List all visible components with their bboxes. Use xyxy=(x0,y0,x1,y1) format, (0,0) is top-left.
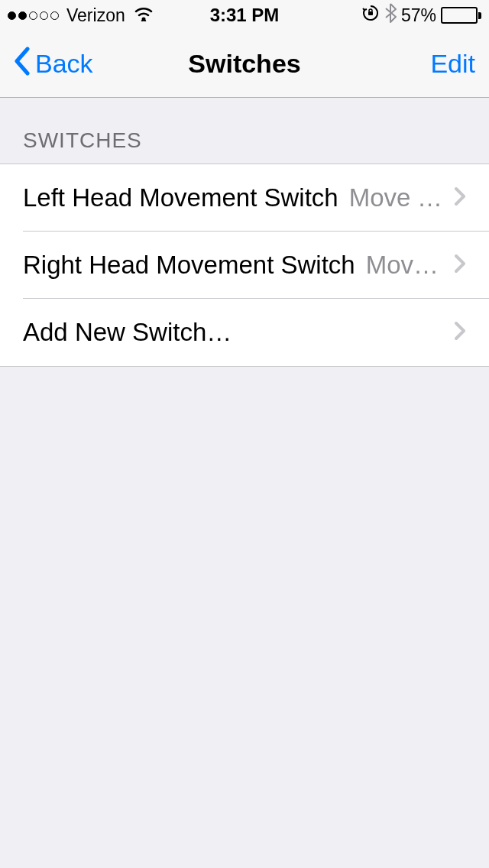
carrier-label: Verizon xyxy=(66,5,125,26)
chevron-right-icon xyxy=(454,186,466,209)
status-left: Verizon xyxy=(8,5,154,26)
status-right: 57% xyxy=(361,3,481,28)
svg-rect-1 xyxy=(368,11,373,15)
edit-button[interactable]: Edit xyxy=(430,49,475,79)
back-label: Back xyxy=(35,49,93,79)
chevron-right-icon xyxy=(454,254,466,277)
row-value: Move To Next Item xyxy=(366,251,445,280)
row-label: Left Head Movement Switch xyxy=(23,183,338,212)
orientation-lock-icon xyxy=(361,4,380,27)
signal-strength-icon xyxy=(8,11,59,20)
row-label: Add New Switch… xyxy=(23,318,232,347)
row-label: Right Head Movement Switch xyxy=(23,251,355,280)
bluetooth-icon xyxy=(384,3,397,28)
status-bar: Verizon 3:31 PM 57% xyxy=(0,0,489,31)
battery-icon xyxy=(441,7,481,24)
add-new-switch-row[interactable]: Add New Switch… xyxy=(0,299,489,366)
section-header: SWITCHES xyxy=(0,98,489,164)
svg-point-0 xyxy=(141,18,145,21)
wifi-icon xyxy=(133,5,154,26)
battery-percentage: 57% xyxy=(401,5,436,26)
row-value: Move To Next Item xyxy=(349,183,445,212)
chevron-left-icon xyxy=(14,47,31,82)
switch-row-right-head[interactable]: Right Head Movement Switch Move To Next … xyxy=(0,232,489,299)
navigation-bar: Back Switches Edit xyxy=(0,31,489,98)
status-time: 3:31 PM xyxy=(210,5,280,26)
switches-list: Left Head Movement Switch Move To Next I… xyxy=(0,164,489,367)
back-button[interactable]: Back xyxy=(14,47,93,82)
switch-row-left-head[interactable]: Left Head Movement Switch Move To Next I… xyxy=(0,164,489,232)
page-title: Switches xyxy=(188,49,300,79)
chevron-right-icon xyxy=(454,321,466,344)
